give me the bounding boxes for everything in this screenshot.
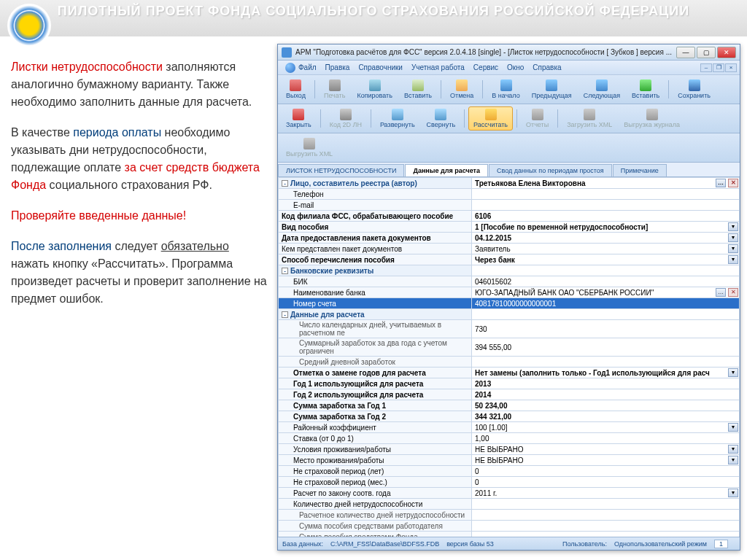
mdi-close-button[interactable]: ×: [725, 63, 737, 72]
property-row[interactable]: Место проживания/работыНЕ ВЫБРАНО▼: [279, 455, 740, 466]
menu-window[interactable]: Окно: [507, 63, 524, 71]
property-row[interactable]: Кем представлен пакет документовЗаявител…: [279, 244, 740, 254]
toolbar-button[interactable]: Закрыть: [281, 106, 317, 131]
property-value[interactable]: Через банк▼: [472, 254, 740, 265]
property-row[interactable]: Номер счета40817810000000000001: [279, 298, 740, 309]
mdi-minimize-button[interactable]: –: [700, 63, 712, 72]
minimize-button[interactable]: —: [676, 47, 695, 58]
property-row[interactable]: Отметка о замене годов для расчетаНет за…: [279, 368, 740, 378]
property-value[interactable]: ЮГО-ЗАПАДНЫЙ БАНК ОАО "СБЕРБАНК РОССИИ"……: [472, 287, 740, 298]
clear-button[interactable]: ✕: [728, 288, 738, 297]
property-value[interactable]: 2014: [472, 389, 740, 400]
dropdown-icon[interactable]: ▼: [728, 233, 738, 242]
title-bar[interactable]: АРМ "Подготовка расчётов для ФСС" версия…: [278, 44, 740, 61]
property-value[interactable]: 2013: [472, 378, 740, 389]
property-value[interactable]: 394 555,00: [472, 338, 740, 357]
ellipsis-button[interactable]: …: [716, 288, 726, 297]
toolbar-button[interactable]: Свернуть: [422, 106, 460, 131]
property-row[interactable]: Средний дневной заработок: [279, 357, 740, 368]
property-row[interactable]: Расчетное количество дней нетрудоспособн…: [279, 510, 740, 521]
property-value[interactable]: 730: [472, 320, 740, 338]
property-value[interactable]: 046015602: [472, 276, 740, 287]
property-value[interactable]: [472, 200, 740, 211]
mdi-restore-button[interactable]: ❐: [713, 63, 724, 72]
property-row[interactable]: Сумма заработка за Год 2344 321,00: [279, 411, 740, 422]
property-row[interactable]: Не страховой период (мес.)0: [279, 477, 740, 488]
property-row[interactable]: Количество дней нетрудоспособности: [279, 499, 740, 510]
toolbar-button[interactable]: Выход: [281, 77, 311, 101]
property-row[interactable]: Код филиала ФСС, обрабатывающего пособие…: [279, 211, 740, 222]
property-value[interactable]: 344 321,00: [472, 411, 740, 422]
dropdown-icon[interactable]: ▼: [728, 456, 738, 464]
property-row[interactable]: Наименование банкаЮГО-ЗАПАДНЫЙ БАНК ОАО …: [279, 287, 740, 298]
ellipsis-button[interactable]: …: [716, 179, 726, 187]
property-row[interactable]: Год 1 использующийся для расчета2013: [279, 378, 740, 389]
clear-button[interactable]: ✕: [728, 179, 738, 187]
property-value[interactable]: НЕ ВЫБРАНО▼: [472, 444, 740, 455]
tree-toggle-icon[interactable]: -: [282, 311, 288, 318]
toolbar-button[interactable]: Отмена: [445, 77, 479, 101]
property-value[interactable]: [472, 265, 740, 276]
dropdown-icon[interactable]: ▼: [728, 255, 738, 264]
property-row[interactable]: Суммарный заработок за два года с учетом…: [279, 338, 740, 357]
property-row[interactable]: E-mail: [279, 200, 740, 211]
dropdown-icon[interactable]: ▼: [728, 222, 738, 231]
property-row[interactable]: -Банковские реквизиты: [279, 265, 740, 276]
menu-refs[interactable]: Справочники: [358, 63, 403, 71]
property-value[interactable]: [472, 521, 740, 532]
property-row[interactable]: Дата предоставления пакета документов04.…: [279, 233, 740, 244]
toolbar-button[interactable]: Сохранить: [673, 77, 716, 101]
property-row[interactable]: Число календарных дней, учитываемых в ра…: [279, 320, 740, 338]
property-row[interactable]: -Лицо, составитель реестра (автор)Третья…: [279, 178, 740, 189]
toolbar-button[interactable]: Следующая: [578, 77, 625, 101]
property-value[interactable]: 2011 г.▼: [472, 488, 740, 499]
close-button[interactable]: ✕: [717, 47, 736, 58]
dropdown-icon[interactable]: ▼: [728, 423, 738, 432]
property-row[interactable]: -Данные для расчета: [279, 309, 740, 320]
menu-edit[interactable]: Правка: [325, 63, 350, 71]
tree-toggle-icon[interactable]: -: [282, 180, 288, 187]
menu-file[interactable]: Файл: [298, 63, 317, 71]
tab-downtime[interactable]: Свод данных по периодам простоя: [489, 164, 612, 176]
toolbar-button[interactable]: Копировать: [352, 77, 397, 101]
property-value[interactable]: 40817810000000000001: [472, 298, 740, 309]
property-row[interactable]: БИК046015602: [279, 276, 740, 287]
property-value[interactable]: [472, 499, 740, 510]
dropdown-icon[interactable]: ▼: [728, 368, 738, 377]
property-value[interactable]: [472, 357, 740, 368]
property-value[interactable]: 1 [Пособие по временной нетрудоспособнос…: [472, 222, 740, 233]
property-row[interactable]: Расчет по закону соотв. года2011 г.▼: [279, 488, 740, 499]
property-grid[interactable]: -Лицо, составитель реестра (автор)Третья…: [278, 177, 740, 537]
tab-note[interactable]: Примечание: [613, 164, 667, 176]
property-row[interactable]: Условия проживания/работыНЕ ВЫБРАНО▼: [279, 444, 740, 455]
property-value[interactable]: 0: [472, 466, 740, 477]
property-row[interactable]: Сумма пособия средствами Фонда: [279, 532, 740, 537]
property-value[interactable]: Заявитель▼: [472, 244, 740, 254]
dropdown-icon[interactable]: ▼: [728, 244, 738, 253]
property-value[interactable]: Нет замены (заполнить только - Год1 испо…: [472, 368, 740, 378]
property-row[interactable]: Сумма пособия средствами работодателя: [279, 521, 740, 532]
toolbar-button[interactable]: Предыдущая: [527, 77, 577, 101]
property-row[interactable]: Ставка (от 0 до 1)1,00: [279, 433, 740, 444]
tab-sick-leave[interactable]: ЛИСТОК НЕТРУДОСПОСОБНОСТИ: [278, 164, 404, 176]
property-value[interactable]: 04.12.2015▼: [472, 233, 740, 244]
property-row[interactable]: Сумма заработка за Год 150 234,00: [279, 400, 740, 411]
property-value[interactable]: 6106: [472, 211, 740, 222]
property-row[interactable]: Год 2 использующийся для расчета2014: [279, 389, 740, 400]
maximize-button[interactable]: ▢: [697, 47, 716, 58]
dropdown-icon[interactable]: ▼: [728, 445, 738, 454]
property-value[interactable]: [472, 510, 740, 521]
tab-calc-data[interactable]: Данные для расчета: [405, 164, 487, 176]
toolbar-button[interactable]: Вставить: [627, 77, 665, 101]
toolbar-button[interactable]: В начало: [487, 77, 525, 101]
tree-toggle-icon[interactable]: -: [282, 268, 288, 274]
property-row[interactable]: Не страховой период (лет)0: [279, 466, 740, 477]
property-value[interactable]: 100 [1.00]▼: [472, 422, 740, 433]
property-value[interactable]: 1,00: [472, 433, 740, 444]
property-value[interactable]: 50 234,00: [472, 400, 740, 411]
property-row[interactable]: Районный коэффициент100 [1.00]▼: [279, 422, 740, 433]
toolbar-button[interactable]: Развернуть: [375, 106, 420, 131]
property-value[interactable]: Третьякова Елена Викторовна…✕: [472, 178, 740, 189]
menu-work[interactable]: Учетная работа: [411, 63, 465, 71]
dropdown-icon[interactable]: ▼: [728, 489, 738, 497]
